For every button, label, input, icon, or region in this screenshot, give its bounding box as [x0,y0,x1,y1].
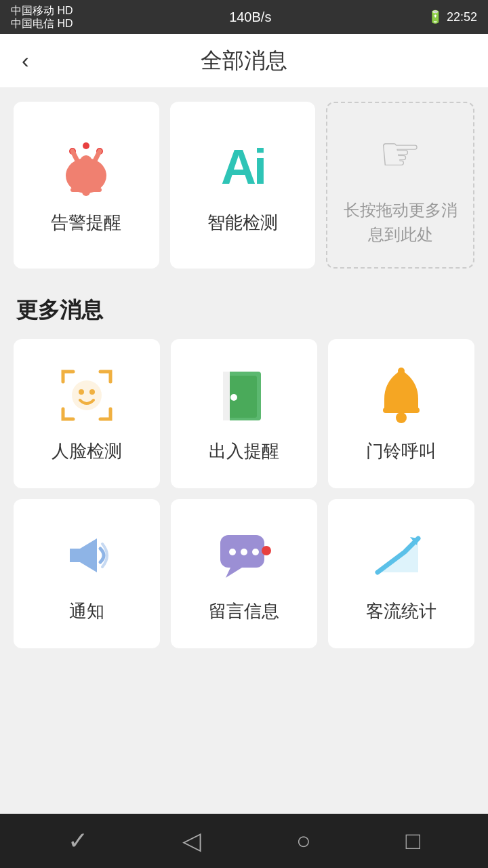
battery-icon: 🔋 [428,9,443,24]
more-section-title: 更多消息 [14,289,474,339]
nav-checkmark-icon[interactable]: ✓ [54,820,102,862]
doorbell-card[interactable]: 门铃呼叫 [328,339,474,488]
svg-point-3 [83,142,89,149]
status-right: 🔋 22:52 [428,9,477,24]
megaphone-icon [56,525,117,586]
svg-rect-8 [70,188,102,192]
svg-rect-16 [383,408,420,413]
svg-rect-1 [80,155,92,176]
ai-icon: Ai [212,136,273,197]
svg-point-14 [230,394,237,401]
message-label: 留言信息 [209,599,279,623]
face-detection-label: 人脸检测 [52,439,122,463]
alert-card-label: 告警提醒 [51,211,121,235]
svg-point-21 [241,549,247,555]
drag-hint-label: 长按拖动更多消息到此处 [338,198,462,247]
nav-home-icon[interactable]: ○ [283,820,325,862]
traffic-stats-label: 客流统计 [366,599,436,623]
door-icon [214,365,274,426]
svg-point-20 [229,549,236,555]
doorbell-label: 门铃呼叫 [366,439,436,463]
more-cards-grid: 人脸检测 出入提醒 [14,339,474,648]
carrier-info: 中国移动 HD 中国电信 HD [11,4,73,30]
page-title: 全部消息 [201,46,287,76]
alarm-icon [56,136,117,197]
notification-label: 通知 [69,599,104,623]
svg-point-22 [252,549,259,555]
traffic-stats-card[interactable]: 客流统计 [328,499,474,648]
svg-point-11 [89,389,95,395]
message-card[interactable]: 留言信息 [171,499,317,648]
svg-line-5 [73,151,78,162]
bell-icon [371,365,432,426]
top-cards-row: 告警提醒 Ai 智能检测 ☞ 长按拖动更多消息到此处 [14,102,474,269]
drag-hint-card: ☞ 长按拖动更多消息到此处 [326,102,474,269]
svg-point-9 [72,380,102,410]
network-speed: 140B/s [229,9,271,25]
face-detection-icon [56,365,117,426]
svg-line-6 [94,151,100,162]
status-bar: 中国移动 HD 中国电信 HD 140B/s 🔋 22:52 [0,0,488,34]
nav-back-icon[interactable]: ◁ [169,820,215,862]
back-button[interactable]: ‹ [16,43,35,79]
svg-rect-18 [398,368,405,374]
ai-card-label: 智能检测 [207,211,278,235]
entry-exit-label: 出入提醒 [209,439,279,463]
svg-point-10 [79,389,84,395]
nav-recent-icon[interactable]: □ [392,820,434,862]
chart-icon [371,525,432,586]
hand-pointer-icon: ☞ [370,123,431,184]
header: ‹ 全部消息 [0,34,488,88]
ai-card[interactable]: Ai 智能检测 [170,102,316,269]
svg-point-23 [262,546,271,555]
chat-icon [214,525,274,586]
time-display: 22:52 [447,10,477,24]
svg-rect-15 [223,372,230,420]
notification-card[interactable]: 通知 [14,499,160,648]
content-area: 告警提醒 Ai 智能检测 ☞ 长按拖动更多消息到此处 更多消息 [0,88,488,814]
more-cards-row-2: 通知 留言信息 [14,499,474,648]
more-cards-row-1: 人脸检测 出入提醒 [14,339,474,488]
nav-bar: ✓ ◁ ○ □ [0,814,488,868]
entry-exit-card[interactable]: 出入提醒 [171,339,317,488]
face-detection-card[interactable]: 人脸检测 [14,339,160,488]
alert-card[interactable]: 告警提醒 [14,102,159,269]
svg-point-17 [396,412,407,423]
